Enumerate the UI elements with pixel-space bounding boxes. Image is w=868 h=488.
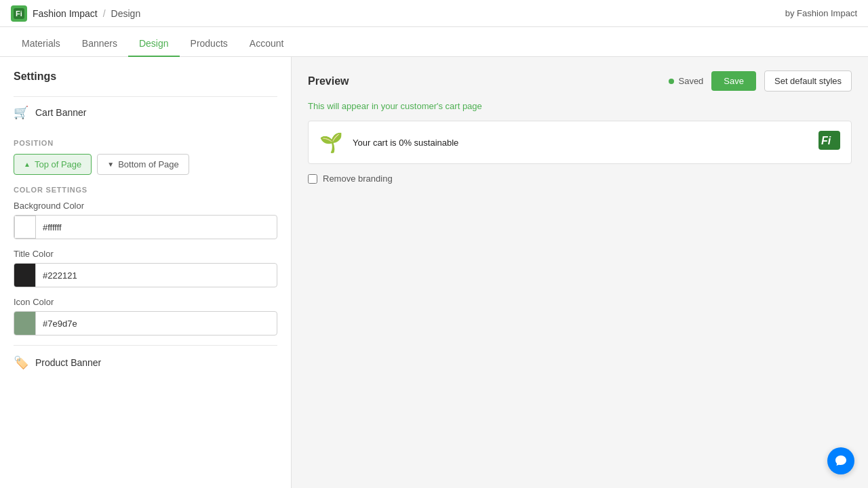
header: Fi Fashion Impact / Design by Fashion Im… [0,0,868,27]
title-color-field: Title Color [14,249,277,287]
preview-actions: Saved Save Set default styles [669,70,852,92]
settings-panel: Settings 🛒 Cart Banner POSITION ▲ Top of… [0,57,292,488]
position-buttons: ▲ Top of Page ▼ Bottom of Page [14,154,277,175]
svg-text:Fi: Fi [16,9,22,18]
product-banner-icon: 🏷️ [14,355,28,370]
settings-title: Settings [14,70,277,83]
preview-panel: Preview Saved Save Set default styles Th… [292,57,868,488]
product-banner-section: 🏷️ Product Banner [14,345,277,380]
svg-text:Fi: Fi [821,135,831,146]
header-separator: / [103,8,106,19]
nav-item-banners[interactable]: Banners [71,31,128,57]
arrow-up-icon: ▲ [24,161,31,168]
brand-name: Fashion Impact [33,8,98,19]
nav-item-products[interactable]: Products [180,31,239,57]
icon-color-input[interactable] [36,314,277,333]
preview-banner-left: 🌱 Your cart is 0% sustainable [319,131,458,154]
background-color-label: Background Color [14,201,277,211]
title-color-label: Title Color [14,249,277,259]
arrow-down-icon: ▼ [107,161,114,168]
position-section-title: POSITION [14,139,277,147]
main-content: Settings 🛒 Cart Banner POSITION ▲ Top of… [0,57,868,488]
product-banner-label: Product Banner [35,357,101,368]
saved-indicator: Saved [669,76,703,86]
background-color-swatch[interactable] [14,216,36,239]
nav-item-design[interactable]: Design [128,31,180,57]
cart-banner-section: 🛒 Cart Banner [14,96,277,128]
header-left: Fi Fashion Impact / Design [11,5,140,22]
nav-item-materials[interactable]: Materials [11,31,71,57]
preview-title: Preview [308,75,349,87]
bottom-of-page-button[interactable]: ▼ Bottom of Page [97,154,189,175]
remove-branding-label: Remove branding [323,174,393,184]
banner-text: Your cart is 0% sustainable [353,138,458,148]
icon-color-swatch[interactable] [14,312,36,335]
cart-icon: 🛒 [14,105,28,120]
background-color-field: Background Color [14,201,277,239]
background-color-input[interactable] [36,218,277,237]
default-styles-button[interactable]: Set default styles [764,70,852,92]
remove-branding-checkbox[interactable] [308,174,317,184]
top-of-page-button[interactable]: ▲ Top of Page [14,154,92,175]
nav-item-account[interactable]: Account [239,31,295,57]
icon-color-label: Icon Color [14,297,277,307]
preview-header: Preview Saved Save Set default styles [308,70,852,92]
app-logo: Fi [11,5,27,22]
remove-branding-row: Remove branding [308,174,852,184]
leaf-icon: 🌱 [319,131,343,154]
banner-logo: Fi [818,131,840,154]
title-color-swatch[interactable] [14,264,36,287]
title-color-input-row [14,263,277,287]
saved-label: Saved [678,76,703,86]
bottom-of-page-label: Bottom of Page [118,159,179,169]
background-color-input-row [14,215,277,239]
color-settings-title: COLOR SETTINGS [14,186,277,194]
title-color-input[interactable] [36,266,277,285]
chat-widget[interactable] [827,447,854,474]
save-button[interactable]: Save [711,71,756,91]
icon-color-input-row [14,311,277,336]
preview-subtitle: This will appear in your customer's cart… [308,101,852,111]
header-page: Design [111,8,141,19]
header-right: by Fashion Impact [785,8,857,18]
icon-color-field: Icon Color [14,297,277,336]
preview-banner: 🌱 Your cart is 0% sustainable Fi [308,121,852,164]
cart-banner-label: Cart Banner [35,107,86,118]
main-nav: Materials Banners Design Products Accoun… [0,27,868,57]
top-of-page-label: Top of Page [35,159,81,169]
saved-dot [669,79,674,84]
